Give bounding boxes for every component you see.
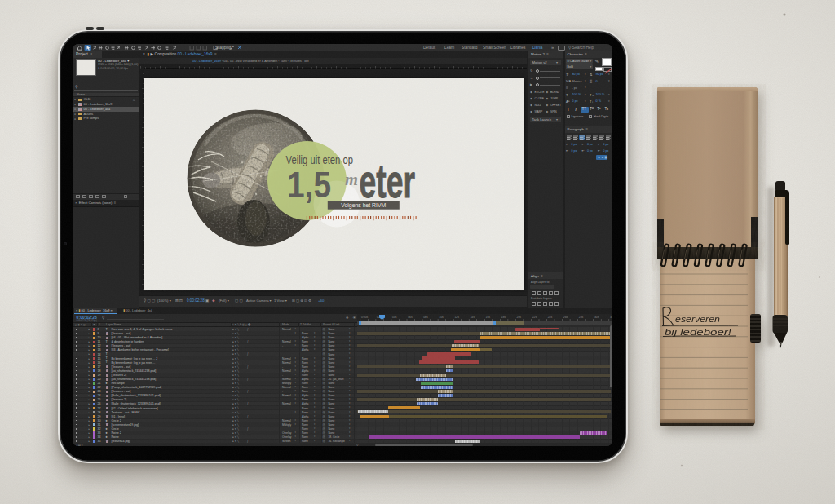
svg-text:04s: 04s (392, 316, 397, 319)
svg-text:24s: 24s (547, 316, 552, 319)
svg-text:m: m (345, 170, 358, 189)
svg-text:10s: 10s (439, 316, 444, 319)
svg-text:30s: 30s (594, 316, 599, 319)
svg-text:14s: 14s (470, 316, 475, 319)
svg-text:22s: 22s (532, 316, 537, 319)
svg-text:Volgens het RIVM: Volgens het RIVM (341, 202, 386, 209)
svg-text:08s: 08s (423, 316, 428, 319)
svg-text:eserveren: eserveren (675, 315, 721, 324)
svg-text:eter: eter (359, 154, 415, 207)
svg-text:12s: 12s (454, 316, 459, 319)
svg-text:16s: 16s (485, 316, 490, 319)
svg-text:28s: 28s (578, 316, 583, 319)
svg-text:bij ledeboer!: bij ledeboer! (665, 327, 731, 337)
svg-text:26s: 26s (563, 316, 568, 319)
svg-text:0:00s: 0:00s (361, 316, 369, 319)
svg-text:1,5: 1,5 (287, 165, 331, 204)
svg-text:18s: 18s (501, 316, 506, 319)
svg-text:20s: 20s (516, 316, 521, 319)
svg-text:32s: 32s (610, 316, 613, 319)
svg-text:06s: 06s (408, 316, 413, 319)
